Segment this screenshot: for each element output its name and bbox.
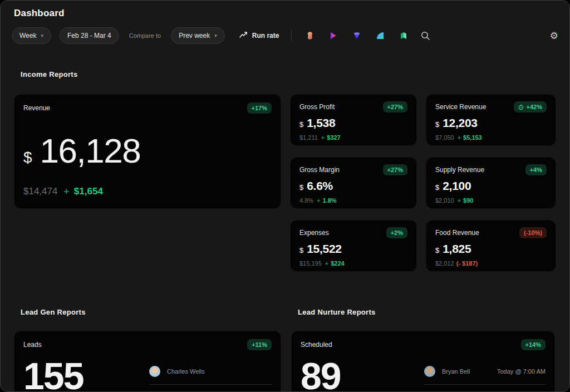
trend-up-icon [239, 31, 248, 40]
stopwatch-icon [518, 104, 524, 110]
settings-gear-icon[interactable]: ⚙ [550, 31, 558, 41]
run-rate-toggle[interactable]: Run rate [239, 31, 279, 40]
card-label: Gross Profit [299, 101, 335, 111]
compare-selector[interactable]: Prev week ▾ [171, 27, 225, 44]
change-badge: +2% [386, 227, 407, 238]
prism-arrow-icon[interactable] [328, 31, 338, 41]
dashboard-window: Dashboard Week ▾ Feb 28 - Mar 4 Compare … [0, 0, 570, 392]
lead-nurture-section: Lead Nurture Reports Scheduled +14% 89 B… [291, 308, 555, 392]
stat-amount: 15,522 [307, 242, 341, 256]
currency-symbol: $ [299, 120, 303, 129]
scheduled-count: 89 [301, 358, 341, 392]
chevron-down-icon: ▾ [214, 33, 217, 38]
revenue-value: $ 16,128 [23, 134, 272, 168]
revenue-comparison: $14,474 + $1,654 [23, 186, 272, 197]
service-revenue-card[interactable]: Service Revenue +42% $12,203 $7,05 [426, 94, 556, 146]
card-label: Food Revenue [435, 227, 479, 237]
delta-value: $327 [327, 134, 340, 141]
stat-amount: 1,538 [307, 116, 335, 130]
date-range-button[interactable]: Feb 28 - Mar 4 [60, 27, 119, 44]
lead-gen-section: Lead Gen Reports Leads +11% 155 Charles … [14, 308, 281, 392]
currency-symbol: $ [435, 246, 439, 254]
gross-profit-card[interactable]: Gross Profit +27% $1,538 $1,211+$327 [290, 94, 417, 146]
previous-value: $2,012 [435, 260, 454, 267]
income-reports-section: Income Reports Revenue +17% $ 16,128 $14… [14, 70, 556, 272]
lead-nurture-heading: Lead Nurture Reports [298, 308, 555, 316]
compare-selector-value: Prev week [179, 32, 210, 40]
lead-gen-heading: Lead Gen Reports [21, 308, 281, 316]
app-shortcut-icons [305, 31, 409, 41]
previous-value: $7,050 [435, 134, 454, 141]
card-label: Scheduled [301, 339, 332, 349]
card-label: Revenue [23, 102, 50, 112]
revenue-amount: 16,128 [40, 134, 141, 168]
toolbar: Week ▾ Feb 28 - Mar 4 Compare to Prev we… [12, 27, 558, 45]
leads-card[interactable]: Leads +11% 155 Charles Wells [14, 331, 281, 392]
change-badge: +4% [525, 164, 547, 175]
change-badge: +27% [383, 101, 407, 112]
change-badge: +17% [247, 102, 272, 114]
previous-value: $2,010 [435, 197, 454, 204]
card-label: Service Revenue [435, 101, 486, 111]
card-label: Leads [23, 339, 42, 349]
delta-value: $1,654 [74, 186, 103, 197]
badge-text: +42% [527, 104, 542, 110]
leads-count: 155 [23, 358, 83, 392]
chevron-down-icon: ▾ [41, 33, 43, 38]
change-badge: +11% [247, 339, 272, 350]
card-label: Gross Margin [299, 164, 340, 174]
previous-value: $1,211 [299, 134, 318, 141]
lead-person-row[interactable]: Charles Wells [149, 366, 272, 385]
stat-amount: 2,100 [443, 179, 471, 193]
compare-to-label: Compare to [129, 32, 161, 39]
period-selector-value: Week [19, 32, 36, 40]
change-badge: (-10%) [519, 227, 547, 238]
wave-quarter-icon[interactable] [375, 31, 385, 41]
delta-value: $90 [463, 197, 473, 204]
funnel-cone-icon[interactable] [352, 31, 362, 41]
page-title: Dashboard [14, 8, 65, 19]
stat-amount: 6.6% [307, 179, 333, 193]
coral-blob-icon[interactable] [305, 31, 315, 41]
person-name: Bryan Bell [442, 368, 470, 375]
expenses-card[interactable]: Expenses +2% $15,522 $15,195+$224 [290, 220, 417, 272]
change-badge: +14% [521, 339, 546, 350]
stat-amount: 12,203 [443, 116, 477, 130]
revenue-card[interactable]: Revenue +17% $ 16,128 $14,474 + $1,654 [14, 94, 281, 209]
delta-sign: + [325, 260, 328, 267]
run-rate-label: Run rate [252, 32, 279, 40]
food-revenue-card[interactable]: Food Revenue (-10%) $1,825 $2,012(- $187… [426, 220, 556, 272]
currency-symbol: $ [23, 149, 32, 166]
avatar [149, 366, 160, 377]
delta-sign: + [458, 197, 461, 204]
scheduled-time: Today @ 7:00 AM [497, 368, 546, 375]
delta-value: (- $187) [456, 260, 478, 267]
delta-value: 1.8% [323, 197, 337, 204]
scheduled-card[interactable]: Scheduled +14% 89 Bryan Bell Today @ 7:0… [291, 331, 555, 392]
currency-symbol: $ [435, 120, 439, 129]
delta-sign: + [321, 134, 325, 141]
search-icon[interactable] [421, 31, 430, 41]
card-label: Supply Revenue [435, 164, 484, 174]
avatar [424, 366, 435, 377]
income-reports-heading: Income Reports [21, 70, 556, 79]
previous-value: 4.8% [299, 197, 313, 204]
gross-margin-card[interactable]: Gross Margin +27% $6.6% 4.8%+1.8% [290, 157, 417, 209]
supply-revenue-card[interactable]: Supply Revenue +4% $2,100 $2,010+$90 [426, 157, 556, 209]
stat-amount: 1,825 [443, 242, 471, 256]
previous-value: $14,474 [23, 186, 57, 197]
flag-chart-icon[interactable] [399, 31, 409, 41]
currency-symbol: $ [435, 183, 439, 192]
delta-value: $5,153 [463, 134, 482, 141]
date-range-value: Feb 28 - Mar 4 [67, 32, 111, 40]
delta-sign: + [458, 134, 461, 141]
period-selector[interactable]: Week ▾ [12, 27, 51, 44]
delta-value: $224 [331, 260, 344, 267]
person-name: Charles Wells [167, 368, 205, 375]
toolbar-divider [291, 30, 292, 42]
scheduled-person-row[interactable]: Bryan Bell Today @ 7:00 AM [424, 366, 546, 385]
delta-sign: + [63, 186, 69, 197]
delta-sign: + [317, 197, 320, 204]
currency-symbol: $ [299, 183, 303, 192]
change-badge: +27% [383, 164, 407, 175]
